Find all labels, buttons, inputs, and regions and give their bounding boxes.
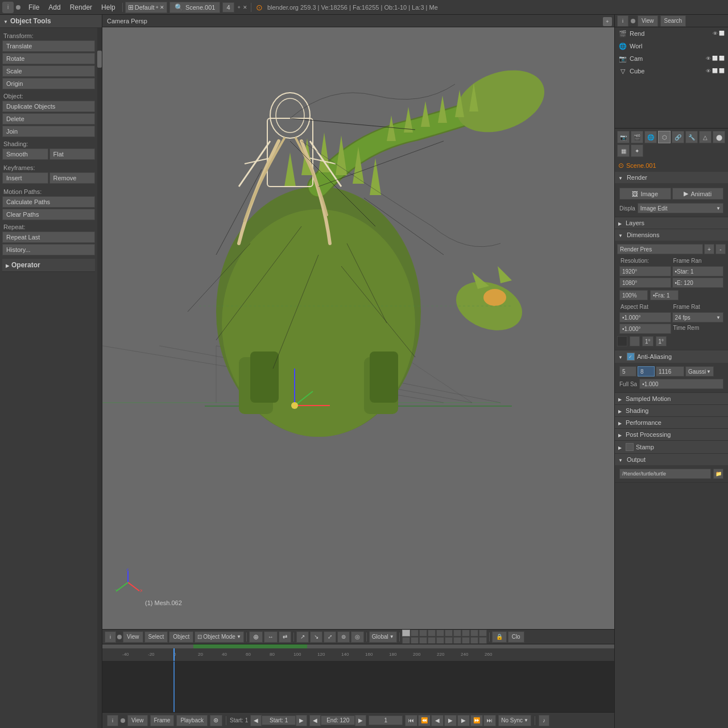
viewport-corner[interactable]: + (603, 17, 612, 26)
sync-dropdown[interactable]: No Sync ▼ (498, 715, 531, 726)
insert-button[interactable]: Insert (2, 172, 48, 184)
layer-11[interactable] (402, 637, 410, 644)
cube-extra-2[interactable]: ⬜ (719, 68, 725, 74)
scene-close[interactable]: ✕ (242, 5, 249, 10)
clear-paths-button[interactable]: Clear Paths (2, 209, 95, 220)
start-frame-range-field[interactable]: •Star: 1 (672, 266, 724, 276)
object-menu[interactable]: Object (169, 631, 193, 643)
viewport-mode-icon[interactable]: i (105, 631, 116, 643)
tool-icon-5[interactable]: ◎ (351, 631, 364, 643)
prop-icon-modifiers[interactable]: 🔧 (685, 131, 698, 143)
step-back-btn[interactable]: ◀ (431, 715, 444, 726)
stamp-header[interactable]: Stamp (615, 441, 728, 453)
outliner-search-btn[interactable]: Search (660, 15, 686, 27)
layer-9[interactable] (470, 630, 478, 636)
animati-render-btn[interactable]: ▶ Animati (672, 188, 724, 200)
output-path-field[interactable]: /Render/turtle/turtle (619, 469, 711, 479)
aa-val3-field[interactable]: 1116 (656, 366, 684, 377)
tool-icon-1[interactable]: ↗ (296, 631, 309, 643)
tool-icon-4[interactable]: ⊚ (337, 631, 350, 643)
origin-button[interactable]: Origin (2, 78, 95, 89)
layout-selector[interactable]: ⊞ Default +✕ (125, 2, 167, 13)
aspect-x-field[interactable]: •1.000° (619, 312, 671, 322)
cam-eye-icon[interactable]: 👁 (706, 56, 711, 61)
flat-button[interactable]: Flat (49, 148, 96, 160)
jump-end-btn[interactable]: ⏭ (483, 715, 496, 726)
left-panel-scrollbar[interactable] (97, 28, 102, 728)
transform-icon1[interactable]: ↔ (264, 631, 278, 643)
end-frame-range-field[interactable]: •E: 120 (672, 278, 724, 288)
shading-prop-header[interactable]: Shading (615, 405, 728, 416)
layer-2[interactable] (411, 630, 419, 636)
cube-eye-icon[interactable]: 👁 (706, 68, 711, 74)
prop-icon-data[interactable]: △ (699, 131, 712, 143)
history-button[interactable]: History... (2, 244, 95, 255)
snap-icon[interactable]: ⊕ (249, 631, 263, 643)
scene-num[interactable]: 4 (222, 2, 234, 13)
rotate-button[interactable]: Rotate (2, 53, 95, 64)
aspect-y-field[interactable]: •1.000° (619, 324, 671, 334)
next-keyframe-btn[interactable]: ⏩ (470, 715, 483, 726)
select-menu[interactable]: Select (144, 631, 168, 643)
scene-add[interactable]: + (237, 5, 242, 10)
timeline-icon[interactable]: i (107, 715, 118, 726)
main-viewport[interactable]: Camera Persp + (102, 15, 614, 629)
prop-icon-texture[interactable]: ▦ (617, 144, 630, 157)
output-header[interactable]: Output (615, 454, 728, 465)
layers-section-header[interactable]: Layers (615, 217, 728, 229)
prop-icon-material[interactable]: ⬤ (713, 131, 725, 143)
end-next-btn[interactable]: ▶ (355, 715, 366, 726)
delete-button[interactable]: Delete (2, 113, 95, 125)
time-rem-1-field[interactable]: 1° (642, 336, 653, 346)
image-render-btn[interactable]: 🖼 Image (619, 188, 671, 200)
menu-add[interactable]: Add (44, 2, 65, 13)
prop-icon-world[interactable]: 🌐 (644, 131, 657, 143)
timeline-frame[interactable]: Frame (150, 715, 175, 726)
outliner-item-rend[interactable]: 🎬 Rend 👁 ⬜ (615, 27, 728, 40)
layer-20[interactable] (479, 637, 487, 644)
aa-section-header[interactable]: ✓ Anti-Aliasing (615, 350, 728, 363)
menu-file[interactable]: File (24, 2, 44, 13)
repeat-last-button[interactable]: Repeat Last (2, 231, 95, 243)
aa-filter-field[interactable]: Gaussi ▼ (685, 366, 714, 377)
layer-6[interactable] (445, 630, 453, 636)
end-prev-btn[interactable]: ◀ (309, 715, 321, 726)
width-field[interactable]: 1920° (619, 266, 671, 276)
prop-icon-render[interactable]: 📷 (617, 131, 630, 143)
step-fwd-btn[interactable]: ▶ (457, 715, 470, 726)
prop-icon-particles[interactable]: ✦ (631, 144, 643, 157)
layer-12[interactable] (411, 637, 419, 644)
layer-17[interactable] (453, 637, 461, 644)
end-frame-field[interactable]: End: 120 (321, 715, 355, 725)
smooth-button[interactable]: Smooth (2, 148, 48, 160)
tool-icon-3[interactable]: ⤢ (324, 631, 336, 643)
operator-collapse-icon[interactable] (6, 262, 9, 268)
layer-19[interactable] (470, 637, 478, 644)
remove-button[interactable]: Remove (49, 172, 96, 184)
layer-8[interactable] (462, 630, 470, 636)
outliner-item-cam[interactable]: 📷 Cam 👁 ⬜ ⬜ (615, 52, 728, 65)
layer-18[interactable] (462, 637, 470, 644)
translate-button[interactable]: Translate (2, 40, 95, 52)
layer-7[interactable] (453, 630, 461, 636)
render-section-header[interactable]: Render (615, 172, 728, 183)
time-rem-2-field[interactable]: 1° (656, 336, 667, 346)
duplicate-objects-button[interactable]: Duplicate Objects (2, 101, 95, 112)
cam-extra-1[interactable]: ⬜ (712, 56, 718, 61)
calculate-paths-button[interactable]: Calculate Paths (2, 196, 95, 208)
start-next-btn[interactable]: ▶ (296, 715, 307, 726)
render-pres-minus[interactable]: - (715, 244, 726, 254)
cube-extra-1[interactable]: ⬜ (712, 68, 718, 74)
outliner-view-btn[interactable]: View (638, 15, 658, 27)
panel-collapse-icon[interactable] (3, 18, 8, 24)
audio-icon[interactable]: ♪ (539, 715, 549, 726)
layer-14[interactable] (428, 637, 436, 644)
post-processing-header[interactable]: Post Processing (615, 429, 728, 440)
stamp-checkbox[interactable] (626, 443, 634, 451)
close-viewport-btn[interactable]: Clo (508, 631, 524, 643)
outliner-icon-btn[interactable]: i (617, 15, 628, 27)
scene-canvas[interactable]: Z X Y (1) Mesh.062 (102, 27, 614, 629)
aa-val2-field[interactable]: 8 (638, 366, 655, 377)
timeline-playback[interactable]: Playback (176, 715, 208, 726)
outliner-item-cube[interactable]: ▽ Cube 👁 ⬜ ⬜ (615, 65, 728, 77)
